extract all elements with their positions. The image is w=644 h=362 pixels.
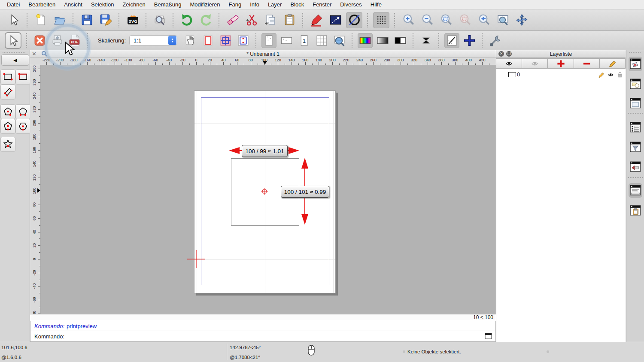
delete-button[interactable] bbox=[225, 12, 241, 28]
circle-tools-button[interactable] bbox=[346, 12, 362, 28]
zoom-out-button[interactable] bbox=[419, 12, 435, 28]
dock-property-editor[interactable] bbox=[629, 120, 642, 135]
paste-button[interactable] bbox=[281, 12, 298, 28]
star-tool[interactable] bbox=[0, 137, 15, 152]
multi-page-button[interactable] bbox=[314, 33, 329, 48]
ruler-tick bbox=[475, 63, 476, 65]
save-as-button[interactable] bbox=[97, 12, 114, 28]
selection-tool-button[interactable] bbox=[6, 12, 22, 28]
layer-visibility-icon[interactable] bbox=[607, 71, 614, 80]
fit-drawing-button[interactable] bbox=[236, 33, 251, 48]
zoom-in-button[interactable] bbox=[400, 12, 416, 28]
dock-library-browser[interactable] bbox=[629, 96, 642, 111]
full-color-button[interactable] bbox=[358, 33, 373, 48]
remove-layer-button[interactable] bbox=[574, 58, 600, 69]
grayscale-button[interactable] bbox=[375, 33, 390, 48]
dock-selection-filter[interactable] bbox=[629, 140, 642, 154]
polygon-center-vertex-tool[interactable] bbox=[0, 104, 15, 119]
ruler-tick bbox=[38, 164, 40, 164]
dock-reference-views[interactable] bbox=[629, 160, 642, 174]
zoom-selection-button[interactable] bbox=[457, 12, 473, 28]
add-layer-button[interactable] bbox=[547, 58, 574, 69]
draw-tools-button[interactable] bbox=[308, 12, 325, 28]
pan-button[interactable] bbox=[513, 12, 530, 28]
save-button[interactable] bbox=[79, 12, 95, 28]
new-file-button[interactable] bbox=[33, 12, 49, 28]
draft-mode-button[interactable] bbox=[444, 33, 459, 48]
single-page-button[interactable]: 1 bbox=[297, 33, 312, 48]
menu-item-ansicht[interactable]: Ansicht bbox=[60, 1, 87, 8]
hand-icon bbox=[184, 34, 197, 47]
menu-item-selektion[interactable]: Selektion bbox=[87, 1, 118, 8]
rect-size-icon bbox=[17, 71, 29, 83]
pdf-export-button[interactable]: PDF bbox=[67, 33, 82, 48]
zoom-auto-button[interactable] bbox=[438, 12, 454, 28]
undo-button[interactable] bbox=[179, 12, 195, 28]
bitmap-export-button[interactable] bbox=[152, 12, 168, 28]
rectangle-size-tool[interactable] bbox=[15, 69, 30, 84]
menu-item-bearbeiten[interactable]: Bearbeiten bbox=[24, 1, 60, 8]
rectangle-rotated-tool[interactable] bbox=[0, 84, 15, 100]
rectangle-corners-tool[interactable] bbox=[0, 69, 15, 84]
polygon-center-side-tool[interactable] bbox=[0, 119, 15, 134]
palette-back-button[interactable]: ◀ bbox=[1, 54, 29, 66]
cut-button[interactable] bbox=[243, 12, 260, 28]
pan-page-button[interactable] bbox=[183, 33, 198, 48]
scale-combo[interactable]: 1:1▲▼ bbox=[129, 35, 177, 45]
command-line[interactable]: Kommando: bbox=[30, 331, 496, 342]
layer-lock-icon[interactable] bbox=[617, 71, 623, 79]
menu-item-block[interactable]: Block bbox=[286, 1, 308, 8]
dock-strip-handle[interactable] bbox=[629, 52, 641, 54]
menu-item-fenster[interactable]: Fenster bbox=[308, 1, 336, 8]
dock-clipboard-panel[interactable] bbox=[629, 203, 642, 218]
portrait-button[interactable] bbox=[261, 33, 276, 48]
menu-item-bemaung[interactable]: Bemaßung bbox=[150, 1, 186, 8]
menu-item-fang[interactable]: Fang bbox=[225, 1, 246, 8]
menu-item-layer[interactable]: Layer bbox=[264, 1, 286, 8]
command-dock-toggle-icon[interactable] bbox=[485, 333, 492, 341]
paper-borders-button[interactable] bbox=[200, 33, 216, 48]
grid-toggle-button[interactable] bbox=[373, 12, 389, 28]
hide-all-layers-button[interactable] bbox=[522, 58, 548, 69]
menu-item-diverses[interactable]: Diverses bbox=[336, 1, 366, 8]
zoom-to-page-button[interactable] bbox=[332, 33, 347, 48]
menu-item-zeichnen[interactable]: Zeichnen bbox=[118, 1, 149, 8]
landscape-button[interactable] bbox=[279, 33, 294, 48]
print-button[interactable] bbox=[50, 33, 65, 48]
page-portrait-icon bbox=[262, 34, 276, 47]
page-margins-button[interactable] bbox=[218, 33, 233, 48]
menu-item-datei[interactable]: Datei bbox=[3, 1, 24, 8]
dock-command-line[interactable] bbox=[629, 183, 642, 198]
ruler-tick bbox=[38, 286, 40, 287]
menu-item-info[interactable]: Info bbox=[246, 1, 264, 8]
redo-button[interactable] bbox=[197, 12, 214, 28]
stepper-icon[interactable]: ▲▼ bbox=[168, 36, 176, 45]
polygon-two-vertices-tool[interactable] bbox=[15, 104, 30, 119]
hairline-mode-button[interactable] bbox=[419, 33, 434, 48]
polygon-side-side-tool[interactable] bbox=[15, 119, 30, 134]
dock-block-list[interactable] bbox=[629, 77, 642, 91]
menu-item-hilfe[interactable]: Hilfe bbox=[366, 1, 386, 8]
dimension-tools-button[interactable] bbox=[327, 12, 343, 28]
layer-edit-icon[interactable] bbox=[598, 71, 605, 80]
ruler-tick bbox=[292, 62, 292, 65]
edit-layer-button[interactable] bbox=[599, 58, 626, 69]
copy-button[interactable] bbox=[262, 12, 279, 28]
crosshair-button[interactable] bbox=[462, 33, 477, 48]
menu-item-modifizieren[interactable]: Modifizieren bbox=[185, 1, 224, 8]
open-file-button[interactable] bbox=[52, 12, 68, 28]
palette-drag-handle[interactable] bbox=[3, 52, 25, 54]
dock-layer-list[interactable] bbox=[629, 57, 642, 71]
pointer-tool-button[interactable] bbox=[5, 32, 21, 49]
zoom-window-button[interactable] bbox=[495, 12, 511, 28]
svg-export-button[interactable]: SVG bbox=[125, 12, 141, 28]
zoom-previous-button[interactable] bbox=[476, 12, 492, 28]
layer-row[interactable]: 0 bbox=[496, 70, 626, 79]
show-all-layers-button[interactable] bbox=[496, 58, 522, 69]
black-white-button[interactable] bbox=[393, 33, 408, 48]
ruler-tick bbox=[230, 63, 231, 65]
preferences-button[interactable] bbox=[488, 33, 503, 48]
ruler-label: 120 bbox=[32, 172, 36, 183]
drawing-canvas[interactable]: 100 / 99 ≈ 1.01 100 / 101 ≈ 0.99 bbox=[41, 65, 496, 314]
close-print-preview-button[interactable] bbox=[32, 33, 47, 48]
